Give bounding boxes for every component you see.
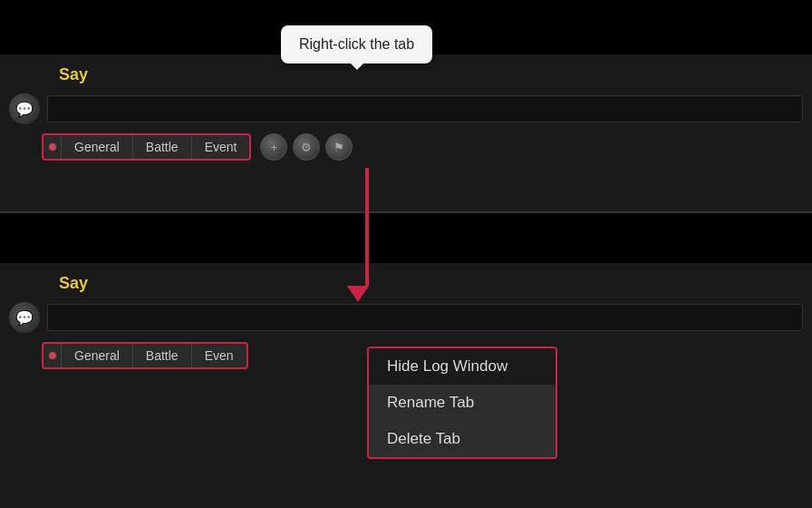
tab-battle-top[interactable]: Battle [132,135,191,159]
panel-divider [0,234,812,261]
pin-button[interactable]: ⚑ [325,133,353,161]
bottom-say-input[interactable] [47,304,803,331]
settings-button[interactable]: ⚙ [293,133,320,161]
context-menu-item-rename[interactable]: Rename Tab [369,385,556,421]
pin-icon: ⚑ [334,141,344,154]
arrow-head [347,286,369,302]
bottom-say-input-row: 💬 [0,298,812,337]
context-menu-item-delete[interactable]: Delete Tab [369,421,556,457]
top-say-input-row: 💬 [0,90,812,128]
chat-icon: 💬 [9,93,40,124]
tab-dot [49,143,56,151]
tab-general-bottom[interactable]: General [61,344,132,367]
tab-battle-bottom[interactable]: Battle [132,344,191,367]
bottom-tab-dot [49,352,56,359]
bottom-tab-group: General Battle Even [42,342,248,369]
arrow-line [365,168,369,286]
top-tab-group: General Battle Event [42,133,251,161]
tab-general-top[interactable]: General [61,135,132,159]
arrow [356,168,378,302]
tooltip: Right-click the tab [281,25,432,64]
bottom-chat-icon: 💬 [9,302,40,333]
top-panel: Say 💬 General Battle Event + ⚙ ⚑ [0,54,812,213]
context-menu: Hide Log Window Rename Tab Delete Tab [367,347,557,459]
tab-event-top[interactable]: Event [191,135,250,159]
add-icon: + [271,141,278,154]
top-say-input[interactable] [47,95,803,122]
context-menu-item-hide[interactable]: Hide Log Window [369,348,556,385]
tooltip-text: Right-click the tab [299,36,414,52]
top-tabs-row: General Battle Event + ⚙ ⚑ [0,128,812,166]
add-tab-button[interactable]: + [260,133,287,161]
tab-actions: + ⚙ ⚑ [260,133,353,161]
bottom-say-label: Say [0,263,812,298]
tab-event-bottom[interactable]: Even [191,344,246,367]
gear-icon: ⚙ [301,141,312,154]
